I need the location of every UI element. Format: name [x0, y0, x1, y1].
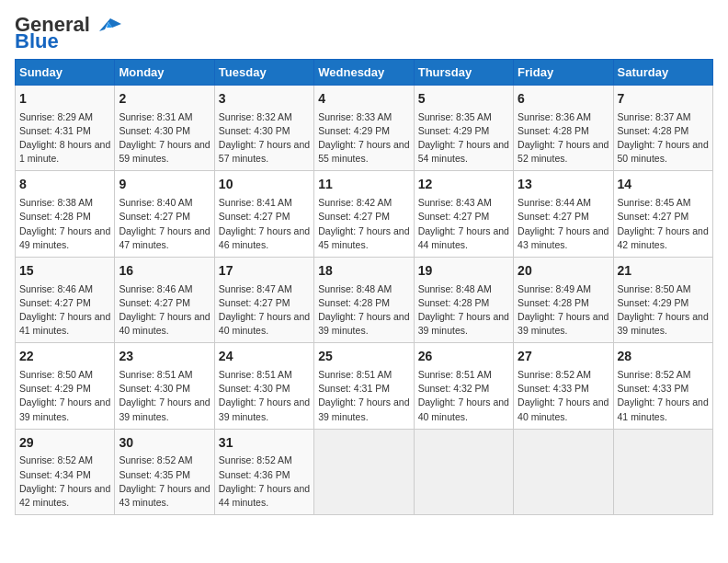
calendar-table: SundayMondayTuesdayWednesdayThursdayFrid…: [15, 59, 713, 515]
day-cell: [414, 429, 513, 514]
day-cell: 18Sunrise: 8:48 AMSunset: 4:28 PMDayligh…: [314, 257, 414, 342]
day-info: Sunrise: 8:48 AMSunset: 4:28 PMDaylight:…: [418, 282, 509, 339]
day-number: 1: [19, 90, 110, 109]
day-cell: 5Sunrise: 8:35 AMSunset: 4:29 PMDaylight…: [414, 86, 513, 171]
page-header: General Blue: [15, 15, 713, 52]
header-day-monday: Monday: [115, 60, 214, 86]
day-number: 10: [219, 176, 310, 194]
day-cell: 16Sunrise: 8:46 AMSunset: 4:27 PMDayligh…: [115, 257, 214, 342]
day-number: 16: [119, 262, 210, 281]
day-number: 29: [19, 434, 110, 453]
day-cell: 10Sunrise: 8:41 AMSunset: 4:27 PMDayligh…: [214, 171, 313, 257]
day-info: Sunrise: 8:52 AMSunset: 4:34 PMDaylight:…: [19, 454, 110, 510]
day-cell: 8Sunrise: 8:38 AMSunset: 4:28 PMDaylight…: [16, 171, 115, 257]
day-number: 23: [119, 348, 210, 366]
day-cell: 4Sunrise: 8:33 AMSunset: 4:29 PMDaylight…: [314, 86, 414, 171]
day-info: Sunrise: 8:38 AMSunset: 4:28 PMDaylight:…: [19, 196, 110, 252]
day-number: 9: [119, 176, 210, 194]
day-cell: 20Sunrise: 8:49 AMSunset: 4:28 PMDayligh…: [514, 257, 613, 342]
day-info: Sunrise: 8:46 AMSunset: 4:27 PMDaylight:…: [19, 282, 110, 339]
day-cell: 9Sunrise: 8:40 AMSunset: 4:27 PMDaylight…: [115, 171, 214, 257]
day-number: 6: [518, 90, 609, 109]
day-info: Sunrise: 8:37 AMSunset: 4:28 PMDaylight:…: [618, 110, 709, 167]
day-info: Sunrise: 8:52 AMSunset: 4:36 PMDaylight:…: [219, 454, 310, 510]
day-cell: 14Sunrise: 8:45 AMSunset: 4:27 PMDayligh…: [613, 171, 712, 257]
day-cell: 12Sunrise: 8:43 AMSunset: 4:27 PMDayligh…: [414, 171, 513, 257]
day-number: 8: [19, 176, 110, 194]
day-cell: 27Sunrise: 8:52 AMSunset: 4:33 PMDayligh…: [514, 343, 613, 429]
logo: General Blue: [15, 15, 127, 52]
day-info: Sunrise: 8:46 AMSunset: 4:27 PMDaylight:…: [119, 282, 210, 339]
day-number: 31: [219, 434, 310, 453]
header-day-friday: Friday: [514, 60, 613, 86]
calendar-body: 1Sunrise: 8:29 AMSunset: 4:31 PMDaylight…: [16, 86, 713, 515]
day-cell: 1Sunrise: 8:29 AMSunset: 4:31 PMDaylight…: [16, 86, 115, 171]
header-day-thursday: Thursday: [414, 60, 513, 86]
day-info: Sunrise: 8:51 AMSunset: 4:30 PMDaylight:…: [219, 368, 310, 424]
day-cell: 13Sunrise: 8:44 AMSunset: 4:27 PMDayligh…: [514, 171, 613, 257]
day-info: Sunrise: 8:50 AMSunset: 4:29 PMDaylight:…: [19, 368, 110, 424]
day-cell: 24Sunrise: 8:51 AMSunset: 4:30 PMDayligh…: [214, 343, 313, 429]
day-info: Sunrise: 8:51 AMSunset: 4:30 PMDaylight:…: [119, 368, 210, 424]
day-number: 19: [418, 262, 509, 281]
day-cell: 31Sunrise: 8:52 AMSunset: 4:36 PMDayligh…: [214, 429, 313, 514]
day-info: Sunrise: 8:48 AMSunset: 4:28 PMDaylight:…: [318, 282, 409, 339]
day-cell: 17Sunrise: 8:47 AMSunset: 4:27 PMDayligh…: [214, 257, 313, 342]
week-row-4: 22Sunrise: 8:50 AMSunset: 4:29 PMDayligh…: [16, 343, 713, 429]
day-number: 22: [19, 348, 110, 366]
day-cell: [613, 429, 712, 514]
day-info: Sunrise: 8:52 AMSunset: 4:33 PMDaylight:…: [518, 368, 609, 424]
day-cell: 2Sunrise: 8:31 AMSunset: 4:30 PMDaylight…: [115, 86, 214, 171]
day-cell: 30Sunrise: 8:52 AMSunset: 4:35 PMDayligh…: [115, 429, 214, 514]
day-number: 7: [618, 90, 709, 109]
week-row-1: 1Sunrise: 8:29 AMSunset: 4:31 PMDaylight…: [16, 86, 713, 171]
day-number: 30: [119, 434, 210, 453]
day-info: Sunrise: 8:29 AMSunset: 4:31 PMDaylight:…: [19, 110, 110, 167]
day-info: Sunrise: 8:43 AMSunset: 4:27 PMDaylight:…: [418, 196, 509, 252]
day-number: 12: [418, 176, 509, 194]
day-info: Sunrise: 8:35 AMSunset: 4:29 PMDaylight:…: [418, 110, 509, 167]
day-cell: 29Sunrise: 8:52 AMSunset: 4:34 PMDayligh…: [16, 429, 115, 514]
day-cell: 7Sunrise: 8:37 AMSunset: 4:28 PMDaylight…: [613, 86, 712, 171]
day-cell: 22Sunrise: 8:50 AMSunset: 4:29 PMDayligh…: [16, 343, 115, 429]
day-info: Sunrise: 8:40 AMSunset: 4:27 PMDaylight:…: [119, 196, 210, 252]
week-row-2: 8Sunrise: 8:38 AMSunset: 4:28 PMDaylight…: [16, 171, 713, 257]
day-number: 18: [318, 262, 409, 281]
day-number: 21: [618, 262, 709, 281]
calendar-header: SundayMondayTuesdayWednesdayThursdayFrid…: [16, 60, 713, 86]
day-info: Sunrise: 8:32 AMSunset: 4:30 PMDaylight:…: [219, 110, 310, 167]
day-cell: 19Sunrise: 8:48 AMSunset: 4:28 PMDayligh…: [414, 257, 513, 342]
day-number: 26: [418, 348, 509, 366]
day-number: 28: [618, 348, 709, 366]
day-number: 17: [219, 262, 310, 281]
day-info: Sunrise: 8:33 AMSunset: 4:29 PMDaylight:…: [318, 110, 409, 167]
day-info: Sunrise: 8:49 AMSunset: 4:28 PMDaylight:…: [518, 282, 609, 339]
header-day-wednesday: Wednesday: [314, 60, 414, 86]
day-cell: [314, 429, 414, 514]
day-number: 5: [418, 90, 509, 109]
header-day-sunday: Sunday: [16, 60, 115, 86]
day-info: Sunrise: 8:44 AMSunset: 4:27 PMDaylight:…: [518, 196, 609, 252]
day-info: Sunrise: 8:51 AMSunset: 4:31 PMDaylight:…: [318, 368, 409, 424]
day-cell: 23Sunrise: 8:51 AMSunset: 4:30 PMDayligh…: [115, 343, 214, 429]
day-info: Sunrise: 8:42 AMSunset: 4:27 PMDaylight:…: [318, 196, 409, 252]
day-info: Sunrise: 8:31 AMSunset: 4:30 PMDaylight:…: [119, 110, 210, 167]
day-info: Sunrise: 8:52 AMSunset: 4:33 PMDaylight:…: [618, 368, 709, 424]
day-cell: [514, 429, 613, 514]
day-info: Sunrise: 8:51 AMSunset: 4:32 PMDaylight:…: [418, 368, 509, 424]
day-number: 11: [318, 176, 409, 194]
logo-blue: Blue: [15, 31, 59, 52]
day-info: Sunrise: 8:41 AMSunset: 4:27 PMDaylight:…: [219, 196, 310, 252]
header-row: SundayMondayTuesdayWednesdayThursdayFrid…: [16, 60, 713, 86]
day-cell: 15Sunrise: 8:46 AMSunset: 4:27 PMDayligh…: [16, 257, 115, 342]
day-info: Sunrise: 8:50 AMSunset: 4:29 PMDaylight:…: [618, 282, 709, 339]
day-cell: 26Sunrise: 8:51 AMSunset: 4:32 PMDayligh…: [414, 343, 513, 429]
day-info: Sunrise: 8:45 AMSunset: 4:27 PMDaylight:…: [618, 196, 709, 252]
day-cell: 6Sunrise: 8:36 AMSunset: 4:28 PMDaylight…: [514, 86, 613, 171]
day-number: 27: [518, 348, 609, 366]
day-cell: 25Sunrise: 8:51 AMSunset: 4:31 PMDayligh…: [314, 343, 414, 429]
day-number: 15: [19, 262, 110, 281]
day-number: 13: [518, 176, 609, 194]
week-row-3: 15Sunrise: 8:46 AMSunset: 4:27 PMDayligh…: [16, 257, 713, 342]
day-number: 3: [219, 90, 310, 109]
